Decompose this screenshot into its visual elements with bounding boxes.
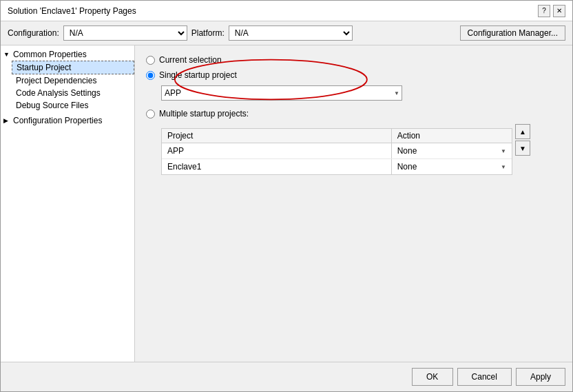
up-down-buttons: ▲ ▼ (515, 124, 530, 156)
current-selection-row: Current selection (146, 55, 561, 65)
app-action-dropdown-arrow: ▼ (501, 148, 506, 154)
projects-table: Project Action APP None ▼ Enclave1 None (161, 128, 512, 175)
sidebar-item-debug-source-files[interactable]: Debug Source Files (12, 99, 134, 112)
multiple-startup-label[interactable]: Multiple startup projects: (159, 109, 249, 118)
platform-label: Platform: (191, 28, 225, 38)
sidebar-group-configuration-properties[interactable]: ▶ Configuration Properties (1, 114, 134, 127)
expand-arrow-common: ▼ (3, 51, 12, 58)
app-project-cell: APP (162, 143, 392, 158)
sidebar-item-project-dependencies[interactable]: Project Dependencies (12, 74, 134, 87)
expand-arrow-config: ▶ (3, 117, 12, 124)
projects-area: Project Action APP None ▼ Enclave1 None (146, 124, 561, 175)
code-analysis-settings-label: Code Analysis Settings (16, 88, 101, 98)
configuration-manager-button[interactable]: Configuration Manager... (460, 25, 565, 41)
enclave1-action-value: None (397, 162, 417, 172)
multiple-startup-radio[interactable] (146, 110, 155, 118)
current-selection-label[interactable]: Current selection (159, 55, 222, 65)
help-button[interactable]: ? (538, 5, 550, 17)
enclave1-action-dropdown-arrow: ▼ (501, 164, 506, 170)
app-action-cell[interactable]: None ▼ (392, 143, 512, 158)
project-column-header: Project (162, 129, 392, 143)
title-bar-buttons: ? ✕ (538, 5, 565, 17)
table-row: Enclave1 None ▼ (162, 159, 512, 174)
apply-button[interactable]: Apply (516, 368, 565, 386)
sidebar-item-startup-project[interactable]: Startup Project (12, 61, 134, 74)
property-pages-dialog: Solution 'Enclave1' Property Pages ? ✕ C… (0, 0, 573, 392)
right-panel: Current selection Single startup project… (135, 45, 572, 362)
project-dependencies-label: Project Dependencies (16, 76, 96, 85)
current-selection-radio[interactable] (146, 56, 155, 65)
single-project-dropdown[interactable]: APP (161, 85, 402, 101)
single-project-dropdown-wrapper: APP (161, 85, 402, 101)
startup-project-label: Startup Project (17, 63, 71, 72)
debug-source-files-label: Debug Source Files (16, 101, 88, 110)
table-header: Project Action (162, 129, 512, 143)
multiple-startup-row: Multiple startup projects: (146, 109, 561, 118)
sidebar: ▼ Common Properties Startup Project Proj… (1, 45, 135, 362)
common-properties-label: Common Properties (13, 50, 87, 59)
configuration-dropdown[interactable]: N/A (63, 25, 187, 41)
common-properties-children: Startup Project Project Dependencies Cod… (1, 61, 134, 112)
action-column-header: Action (392, 129, 512, 143)
table-row: APP None ▼ (162, 143, 512, 159)
dialog-title: Solution 'Enclave1' Property Pages (8, 6, 136, 16)
configuration-properties-label: Configuration Properties (13, 116, 102, 125)
title-bar: Solution 'Enclave1' Property Pages ? ✕ (1, 1, 572, 21)
app-action-value: None (397, 146, 417, 156)
bottom-bar: OK Cancel Apply (1, 362, 572, 391)
move-down-button[interactable]: ▼ (515, 141, 530, 156)
ok-button[interactable]: OK (412, 368, 453, 386)
cancel-button[interactable]: Cancel (457, 368, 512, 386)
enclave1-action-cell[interactable]: None ▼ (392, 159, 512, 174)
close-button[interactable]: ✕ (553, 5, 565, 17)
enclave1-project-cell: Enclave1 (162, 159, 392, 174)
sidebar-item-code-analysis-settings[interactable]: Code Analysis Settings (12, 87, 134, 99)
move-up-button[interactable]: ▲ (515, 124, 530, 139)
single-startup-row: Single startup project (146, 70, 561, 80)
configuration-label: Configuration: (8, 28, 59, 38)
config-bar: Configuration: N/A Platform: N/A Configu… (1, 21, 572, 45)
sidebar-group-common-properties[interactable]: ▼ Common Properties (1, 48, 134, 61)
single-project-row: APP (161, 85, 561, 101)
single-startup-radio[interactable] (146, 71, 155, 80)
single-startup-label[interactable]: Single startup project (159, 70, 237, 80)
platform-dropdown[interactable]: N/A (229, 25, 353, 41)
main-content: ▼ Common Properties Startup Project Proj… (1, 45, 572, 362)
